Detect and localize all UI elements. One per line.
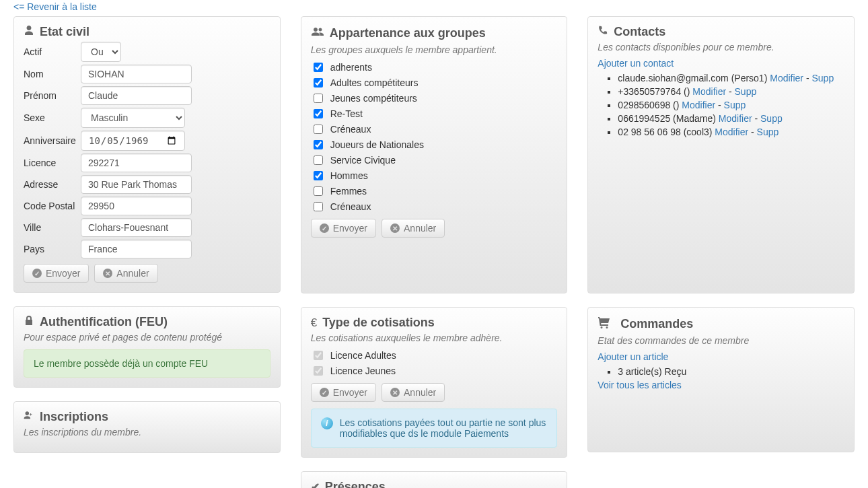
contact-value: 02 98 56 06 98 (cool3) (618, 127, 715, 137)
etat-civil-title: Etat civil (40, 25, 89, 39)
group-item: Créneaux (311, 123, 558, 136)
group-checkbox[interactable] (314, 78, 323, 88)
cotisation-item: Licence Jeunes (311, 364, 558, 378)
cotisations-info-text: Les cotisations payées tout ou partie ne… (340, 417, 548, 439)
sexe-select[interactable]: Masculin (81, 108, 185, 128)
back-link[interactable]: <= Revenir à la liste (13, 0, 97, 16)
group-label: Hommes (330, 170, 368, 181)
cotisations-submit-button[interactable]: ✓ Envoyer (311, 383, 376, 402)
panel-auth: Authentification (FEU) Pour espace privé… (13, 306, 281, 388)
check-circle-icon: ✓ (32, 269, 42, 278)
contact-modify-link[interactable]: Modifier (719, 113, 752, 124)
cotisations-title: Type de cotisations (322, 316, 435, 330)
commandes-subtitle: Etat des commandes de ce membre (598, 335, 844, 346)
actif-select[interactable]: Oui (81, 42, 121, 62)
contact-item: 0661994525 (Madame) Modifier - Supp (618, 113, 844, 124)
anniversaire-input[interactable] (81, 131, 185, 151)
contact-modify-link[interactable]: Modifier (692, 86, 726, 97)
contact-item: 0298560698 () Modifier - Supp (618, 100, 844, 110)
licence-input[interactable] (81, 153, 192, 172)
x-circle-icon: ✕ (390, 223, 400, 233)
group-checkbox[interactable] (314, 155, 323, 165)
group-item: Re-Test (311, 107, 558, 120)
group-label: Service Civique (330, 155, 396, 166)
civil-cancel-button[interactable]: ✕ Annuler (94, 264, 157, 283)
label-pays: Pays (24, 244, 81, 254)
contact-delete-link[interactable]: Supp (724, 100, 746, 110)
groups-cancel-label: Annuler (404, 223, 436, 234)
group-item: Hommes (311, 169, 558, 182)
panel-contacts: Contacts Les contacts disponibles pour c… (587, 16, 855, 293)
auth-subtitle: Pour espace privé et pages de contenu pr… (24, 332, 270, 343)
order-item: 3 article(s) Reçu (618, 366, 844, 377)
group-checkbox[interactable] (314, 186, 323, 196)
add-contact-link[interactable]: Ajouter un contact (598, 58, 674, 69)
check-icon (311, 481, 320, 489)
cotisations-subtitle: Les cotisations auxquelles le membre adh… (311, 333, 558, 343)
cotisations-cancel-button[interactable]: ✕ Annuler (382, 383, 445, 402)
group-item: Joueurs de Nationales (311, 138, 558, 151)
adresse-input[interactable] (81, 175, 192, 194)
pays-input[interactable] (81, 240, 192, 258)
groupes-title: Appartenance aux groupes (330, 26, 486, 40)
contact-delete-link[interactable]: Supp (811, 73, 834, 83)
group-item: Femmes (311, 184, 558, 198)
contact-modify-link[interactable]: Modifier (715, 127, 748, 137)
panel-commandes: Commandes Etat des commandes de ce membr… (587, 307, 855, 452)
ville-input[interactable] (81, 218, 192, 237)
group-checkbox[interactable] (314, 171, 323, 180)
panel-presences: Présences Les présences du membre. (301, 471, 568, 488)
view-all-articles-link[interactable]: Voir tous les articles (598, 380, 682, 390)
group-checkbox[interactable] (314, 94, 323, 103)
groups-cancel-button[interactable]: ✕ Annuler (382, 219, 445, 238)
contacts-subtitle: Les contacts disponibles pour ce membre. (598, 42, 844, 53)
groups-submit-label: Envoyer (333, 223, 367, 234)
group-label: Créneaux (330, 201, 371, 212)
civil-submit-button[interactable]: ✓ Envoyer (24, 264, 89, 283)
group-item: Adultes compétiteurs (311, 76, 558, 90)
group-item: Créneaux (311, 200, 558, 213)
panel-title-commandes: Commandes (598, 316, 844, 333)
auth-title: Authentification (FEU) (40, 315, 168, 329)
group-checkbox[interactable] (314, 109, 323, 118)
x-circle-icon: ✕ (390, 388, 400, 397)
cotisation-label: Licence Jeunes (330, 365, 396, 376)
contact-delete-link[interactable]: Supp (757, 127, 779, 137)
panel-title-presences: Présences (311, 480, 558, 488)
label-licence: Licence (24, 158, 81, 168)
contact-value: claude.siohan@gmail.com (Perso1) (618, 73, 770, 83)
cotisations-info-alert: i Les cotisations payées tout ou partie … (311, 409, 558, 448)
groups-submit-button[interactable]: ✓ Envoyer (311, 219, 376, 238)
group-checkbox[interactable] (314, 140, 323, 149)
panel-title-inscriptions: Inscriptions (24, 410, 270, 424)
civil-submit-label: Envoyer (46, 268, 80, 279)
group-checkbox[interactable] (314, 202, 323, 211)
check-circle-icon: ✓ (320, 388, 329, 397)
contact-item: claude.siohan@gmail.com (Perso1) Modifie… (618, 73, 844, 83)
contact-modify-link[interactable]: Modifier (682, 100, 715, 110)
prenom-input[interactable] (81, 86, 192, 105)
group-checkbox[interactable] (314, 125, 323, 134)
group-label: Re-Test (330, 108, 363, 119)
commandes-title: Commandes (620, 317, 693, 331)
presences-title: Présences (325, 480, 386, 488)
contact-item: 02 98 56 06 98 (cool3) Modifier - Supp (618, 127, 844, 137)
contact-delete-link[interactable]: Supp (760, 113, 783, 124)
inscriptions-title: Inscriptions (40, 410, 108, 424)
group-checkbox[interactable] (314, 63, 323, 72)
auth-success-alert: Le membre possède déjà un compte FEU (24, 349, 270, 378)
label-sexe: Sexe (24, 112, 81, 123)
nom-input[interactable] (81, 65, 192, 83)
contact-modify-link[interactable]: Modifier (770, 73, 803, 83)
inscriptions-subtitle: Les inscriptions du membre. (24, 427, 270, 438)
lock-icon (24, 315, 34, 329)
info-icon: i (321, 417, 333, 429)
code-postal-input[interactable] (81, 197, 192, 215)
label-adresse: Adresse (24, 179, 81, 190)
panel-title-groupes: Appartenance aux groupes (311, 25, 558, 42)
contact-delete-link[interactable]: Supp (735, 86, 757, 97)
panel-etat-civil: Etat civil Actif Oui Nom Prénom Sexe (13, 16, 281, 293)
label-actif: Actif (24, 46, 81, 57)
add-article-link[interactable]: Ajouter un article (598, 351, 668, 362)
group-label: Jeunes compétiteurs (330, 93, 417, 104)
